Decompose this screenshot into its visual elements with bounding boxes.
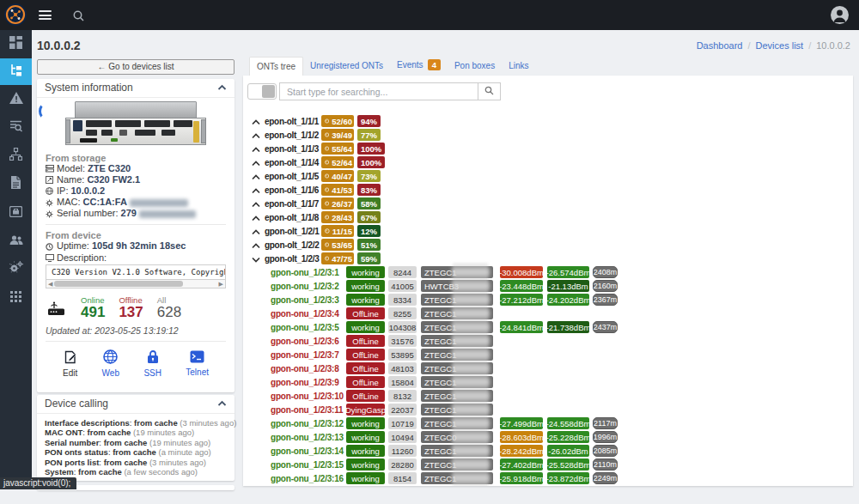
olt-port-row[interactable]: epon-olt_1/1/540/4773% — [243, 169, 853, 183]
onu-name[interactable]: gpon-onu_1/2/3:16 — [271, 474, 344, 483]
onu-row[interactable]: gpon-onu_1/2/3:4OffLine8255ZTEGC1 — [243, 307, 853, 320]
onu-row[interactable]: gpon-onu_1/2/3:10OffLine8132ZTEGC1 — [243, 389, 853, 403]
olt-port-name[interactable]: epon-olt_1/1/7 — [265, 199, 319, 209]
tab-onts-tree[interactable]: ONTs tree — [249, 57, 303, 76]
onu-row[interactable]: gpon-onu_1/2/3:7OffLine53895ZTEGC1 — [243, 348, 853, 361]
apps-icon — [10, 290, 21, 306]
sidebar-item-dashboard[interactable] — [0, 30, 32, 58]
tab-events[interactable]: Events4 — [390, 55, 448, 76]
tree-search-input[interactable] — [279, 82, 478, 100]
onu-name[interactable]: gpon-onu_1/2/3:8 — [271, 364, 339, 373]
chevron-up-icon[interactable] — [252, 159, 260, 168]
chevron-up-icon[interactable] — [252, 186, 260, 196]
onu-row[interactable]: gpon-onu_1/2/3:16working8154ZTEGC1-25.91… — [243, 471, 853, 485]
chevron-up-icon[interactable] — [252, 200, 260, 209]
sidebar-item-apps[interactable] — [0, 283, 32, 312]
olt-port-row[interactable]: epon-olt_1/1/828/4367% — [243, 210, 853, 224]
olt-port-name[interactable]: gpon-olt_1/2/3 — [265, 254, 320, 264]
tab-unregistered-onts[interactable]: Unregistered ONTs — [303, 57, 390, 76]
collapse-chevron-icon[interactable] — [217, 79, 227, 97]
sidebar-item-media[interactable] — [0, 198, 32, 227]
chevron-down-icon[interactable] — [252, 255, 260, 264]
onu-name[interactable]: gpon-onu_1/2/3:5 — [271, 323, 339, 332]
telnet-button[interactable]: Telnet — [186, 349, 209, 378]
rx-power-badge: -28.242dBm — [500, 445, 543, 457]
go-to-devices-list-button[interactable]: ← Go to devices list — [37, 59, 235, 75]
onu-row[interactable]: gpon-onu_1/2/3:14working11260ZTEGC1-28.2… — [243, 444, 853, 458]
onu-row[interactable]: gpon-onu_1/2/3:3working8334ZTEGC1-27.212… — [243, 293, 853, 307]
ssh-button[interactable]: SSH — [143, 349, 161, 378]
olt-port-row[interactable]: epon-olt_1/1/726/3758% — [243, 197, 853, 210]
onu-row[interactable]: gpon-onu_1/2/3:9OffLine15804ZTEGC1 — [243, 375, 853, 389]
olt-port-name[interactable]: epon-olt_1/1/2 — [265, 131, 319, 140]
breadcrumb-item[interactable]: Dashboard — [697, 40, 743, 51]
sidebar-item-documents[interactable] — [0, 170, 32, 198]
user-avatar-button[interactable] — [831, 6, 849, 24]
onu-row[interactable]: gpon-onu_1/2/3:1working8244ZTEGC1-30.008… — [243, 265, 853, 279]
app-logo-icon[interactable] — [3, 3, 27, 27]
onu-name[interactable]: gpon-onu_1/2/3:15 — [271, 460, 344, 470]
olt-port-row[interactable]: epon-olt_1/1/152/6094% — [243, 114, 853, 128]
topbar-search-icon[interactable] — [73, 10, 84, 24]
collapse-chevron-icon[interactable] — [217, 395, 227, 413]
olt-port-name[interactable]: epon-olt_1/1/5 — [265, 172, 319, 181]
tab-links[interactable]: Links — [502, 57, 535, 76]
onu-name[interactable]: gpon-onu_1/2/3:11 — [271, 405, 343, 415]
olt-port-row[interactable]: gpon-olt_1/2/111/1512% — [243, 224, 853, 238]
olt-port-row[interactable]: gpon-olt_1/2/347/7559% — [243, 252, 853, 265]
onu-name[interactable]: gpon-onu_1/2/3:13 — [271, 433, 344, 442]
chevron-up-icon[interactable] — [252, 228, 260, 237]
olt-port-name[interactable]: epon-olt_1/1/6 — [265, 185, 319, 195]
olt-port-row[interactable]: epon-olt_1/1/239/4977% — [243, 128, 853, 142]
onu-row[interactable] — [243, 485, 853, 486]
olt-port-name[interactable]: gpon-olt_1/2/2 — [265, 240, 320, 250]
onu-row[interactable]: gpon-onu_1/2/3:12working10719ZTEGC1-27.4… — [243, 416, 853, 430]
onu-name[interactable]: gpon-onu_1/2/3:14 — [271, 446, 344, 456]
olt-port-name[interactable]: epon-olt_1/1/8 — [265, 213, 319, 222]
olt-port-name[interactable]: epon-olt_1/1/3 — [265, 144, 319, 154]
sidebar-item-users[interactable] — [0, 227, 32, 255]
onu-row[interactable]: gpon-onu_1/2/3:6OffLine31576ZTEGC1 — [243, 334, 853, 348]
breadcrumb-item[interactable]: Devices list — [756, 40, 804, 51]
onu-row[interactable]: gpon-onu_1/2/3:13working10494ZTEGC0-28.6… — [243, 430, 853, 444]
olt-port-name[interactable]: gpon-olt_1/2/1 — [265, 227, 320, 236]
onu-name[interactable]: gpon-onu_1/2/3:12 — [271, 419, 344, 428]
onu-row[interactable]: gpon-onu_1/2/3:2working41005HWTCB3-23.44… — [243, 279, 853, 293]
description-hscrollbar[interactable]: ◀▶ — [46, 280, 226, 288]
onu-name[interactable]: gpon-onu_1/2/3:1 — [271, 268, 339, 277]
olt-port-name[interactable]: epon-olt_1/1/1 — [265, 117, 319, 126]
sidebar-item-alerts[interactable] — [0, 85, 32, 113]
search-toggle-switch[interactable] — [247, 83, 277, 100]
olt-port-name[interactable]: epon-olt_1/1/4 — [265, 158, 319, 167]
onu-row[interactable]: gpon-onu_1/2/3:5working104308ZTEGC1-24.8… — [243, 320, 853, 334]
olt-port-row[interactable]: epon-olt_1/1/641/5383% — [243, 183, 853, 197]
chevron-up-icon[interactable] — [252, 173, 260, 182]
search-button[interactable] — [478, 82, 501, 100]
onu-name[interactable]: gpon-onu_1/2/3:7 — [271, 350, 339, 360]
sidebar-item-topology[interactable] — [0, 142, 32, 170]
chevron-up-icon[interactable] — [252, 131, 260, 141]
onu-row[interactable]: gpon-onu_1/2/3:15working28280ZTEGC1-27.4… — [243, 458, 853, 471]
olt-port-row[interactable]: epon-olt_1/1/452/64100% — [243, 155, 853, 169]
sidebar-item-logs-search[interactable] — [0, 113, 32, 142]
olt-port-row[interactable]: epon-olt_1/1/355/64100% — [243, 142, 853, 155]
sidebar-item-devices-tree[interactable] — [0, 58, 32, 85]
sidebar-item-settings[interactable] — [0, 255, 32, 283]
chevron-up-icon[interactable] — [252, 118, 260, 127]
olt-port-row[interactable]: gpon-olt_1/2/253/6551% — [243, 238, 853, 252]
onu-name[interactable]: gpon-onu_1/2/3:3 — [271, 295, 339, 305]
web-button[interactable]: Web — [102, 349, 119, 378]
onu-name[interactable]: gpon-onu_1/2/3:6 — [271, 337, 339, 346]
menu-toggle-button[interactable] — [39, 10, 52, 20]
chevron-up-icon[interactable] — [252, 214, 260, 223]
onu-name[interactable]: gpon-onu_1/2/3:9 — [271, 378, 339, 387]
onu-row[interactable]: gpon-onu_1/2/3:8OffLine48103ZTEGC1 — [243, 361, 853, 375]
chevron-up-icon[interactable] — [252, 145, 260, 155]
tab-pon-boxes[interactable]: Pon boxes — [448, 57, 502, 76]
onu-row[interactable]: gpon-onu_1/2/3:11DyingGasp22037ZTEGC1 — [243, 403, 853, 416]
onu-name[interactable]: gpon-onu_1/2/3:10 — [271, 392, 344, 401]
onu-name[interactable]: gpon-onu_1/2/3:2 — [271, 282, 339, 291]
edit-button[interactable]: Edit — [63, 349, 77, 378]
onu-name[interactable]: gpon-onu_1/2/3:4 — [271, 309, 339, 319]
chevron-up-icon[interactable] — [252, 241, 260, 251]
